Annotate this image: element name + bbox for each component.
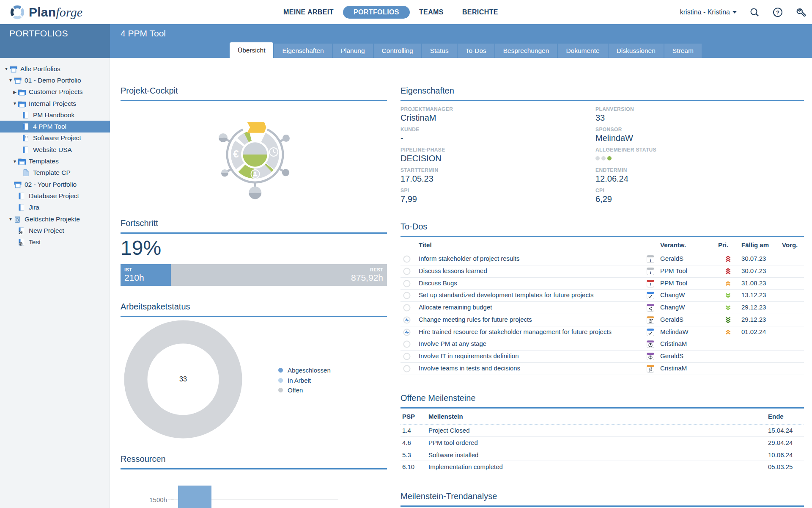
todo-row[interactable]: Allocate remaining budget i ! ChangW (401, 302, 804, 314)
todo-title: Change meeting rules for future projects (419, 316, 532, 323)
page-tab[interactable]: Eigenschaften (274, 44, 332, 58)
tree-item[interactable]: Gelöschte Projekte (0, 213, 110, 225)
help-icon[interactable]: ? (773, 7, 783, 17)
todo-row[interactable]: Involve IT in requirements definition i … (401, 351, 804, 363)
todo-due-date: 30.07.23 (741, 267, 766, 274)
tree-expander-icon[interactable] (3, 66, 9, 71)
tree-item[interactable]: Software Project (0, 133, 110, 144)
tree-item[interactable]: PM Handbook (0, 109, 110, 121)
cockpit-section-header: Projekt-Cockpit (121, 86, 387, 101)
milestone-row[interactable]: 1.4 Project Closed 15.04.24 (401, 425, 804, 437)
todo-row[interactable]: Discuss Bugs i ! PPM Tool (401, 278, 804, 290)
admin-wrench-icon[interactable] (796, 7, 806, 17)
todo-state-icon[interactable] (403, 280, 411, 287)
todo-row[interactable]: Involve PM at any stage i ! CristinaM (401, 338, 804, 351)
planforge-app: Planforge MEINE ARBEIT PORTFOLIOS TEAMS … (0, 0, 812, 508)
progress-rest-label: REST (370, 267, 383, 272)
page-tab[interactable]: Diskussionen (609, 44, 664, 58)
todo-state-icon[interactable] (403, 340, 411, 348)
todo-state-icon[interactable] (403, 268, 411, 275)
todo-row[interactable]: Hire trained resource for stakeholder ma… (401, 326, 804, 339)
legend-item-label: Offen (288, 387, 303, 394)
user-menu[interactable]: kristina - Kristina (680, 8, 730, 16)
milestone-name: Software installed (428, 451, 478, 458)
user-menu-caret-icon[interactable] (732, 11, 737, 14)
todos-col-priority: Pri. (718, 241, 728, 248)
milestone-row[interactable]: 6.10 Implementation completed 05.03.25 (401, 461, 804, 473)
tree-item-icon (22, 169, 30, 177)
todo-state-icon[interactable] (403, 329, 411, 336)
todo-priority-icon (724, 316, 732, 323)
todo-state-icon[interactable] (403, 353, 411, 360)
property-label: STARTTERMIN (401, 167, 595, 173)
properties-section-title: Eigenschaften (401, 86, 804, 101)
todo-state-icon[interactable] (403, 316, 411, 324)
main-menu-item[interactable]: BERICHTE (453, 6, 508, 19)
todo-row[interactable]: Involve teams in tests and decisions i ! (401, 363, 804, 375)
page-tab[interactable]: Besprechungen (495, 44, 557, 58)
tree-item[interactable]: Test (0, 236, 110, 248)
tree-item[interactable]: Internal Projects (0, 98, 110, 109)
page-tab[interactable]: Status (422, 44, 457, 58)
folder-icon (18, 157, 26, 165)
tree-item[interactable]: Customer Projects (0, 86, 110, 98)
tree-item[interactable]: Template CP (0, 167, 110, 179)
resources-axis-tick-label: 1500h (129, 496, 167, 503)
property-label: ALLGEMEINER STATUS (595, 147, 804, 153)
tree-expander-icon[interactable] (12, 159, 18, 164)
search-icon[interactable] (749, 7, 760, 17)
tree-expander-icon[interactable] (12, 101, 18, 106)
tree-item[interactable]: Alle Portfolios (0, 63, 110, 75)
tree-item[interactable]: New Project (0, 225, 110, 236)
todo-owner: GeraldS (660, 255, 683, 262)
tree-expander-icon[interactable] (8, 217, 14, 221)
todo-state-icon[interactable] (403, 365, 411, 373)
tree-item-icon (22, 111, 30, 119)
legend-item[interactable]: Offen (278, 385, 331, 395)
property-value: CristinaM (401, 113, 595, 123)
todo-state-icon[interactable] (403, 304, 411, 312)
page-tab[interactable]: Stream (664, 44, 702, 58)
todo-state-icon[interactable] (403, 292, 411, 299)
tree-item-label: Customer Projects (29, 88, 82, 96)
tree-expander-icon[interactable] (8, 78, 14, 83)
todo-circle-icon (403, 255, 411, 263)
todo-row[interactable]: Inform stakeholder of project results i … (401, 253, 804, 265)
milestone-row[interactable]: 4.6 PPM tool ordered 29.04.24 (401, 437, 804, 449)
todos-table-body: Inform stakeholder of project results i … (401, 253, 804, 375)
todo-priority-icon (724, 340, 732, 348)
page-tab[interactable]: Dokumente (558, 44, 607, 58)
tree-item[interactable]: 01 - Demo Portfolio (0, 75, 110, 86)
planforge-logo[interactable]: Planforge (9, 4, 82, 21)
milestone-row[interactable]: 5.3 Software installed 10.06.24 (401, 449, 804, 461)
main-menu-item-label: TEAMS (419, 8, 444, 16)
todos-col-owner: Verantw. (660, 241, 686, 248)
planforge-logo-icon (9, 4, 25, 20)
tree-item[interactable]: Jira (0, 202, 110, 213)
page-tab[interactable]: Übersicht (230, 42, 273, 58)
legend-dot-icon (278, 388, 283, 392)
workpackage-donut-chart: 33 (124, 320, 242, 439)
todo-state-icon[interactable] (403, 255, 411, 263)
main-menu-item[interactable]: MEINE ARBEIT (274, 6, 343, 19)
tree-item[interactable]: 4 PPM Tool (0, 121, 110, 132)
todo-row[interactable]: Discuss lessons learned i ! PPM Tool (401, 265, 804, 278)
page-tab[interactable]: Controlling (374, 44, 421, 58)
tree-item[interactable]: Database Project (0, 190, 110, 202)
tree-item[interactable]: Website USA (0, 144, 110, 155)
main-menu-item[interactable]: PORTFOLIOS (343, 6, 410, 19)
tree-item[interactable]: 02 - Your Portfolio (0, 179, 110, 190)
todo-row[interactable]: Change meeting rules for future projects… (401, 314, 804, 326)
main-menu-item[interactable]: TEAMS (410, 6, 453, 19)
property-label: ENDTERMIN (595, 167, 804, 173)
todo-row[interactable]: Set up standardized development template… (401, 290, 804, 302)
tree-expander-icon[interactable] (12, 90, 18, 94)
page-tab[interactable]: Planung (333, 44, 373, 58)
main-menu-item-label: BERICHTE (462, 8, 498, 16)
legend-item[interactable]: Abgeschlossen (278, 365, 331, 375)
page-tab-label: Eigenschaften (282, 47, 324, 54)
tree-item-label: Alle Portfolios (20, 65, 60, 73)
legend-item[interactable]: In Arbeit (278, 375, 331, 386)
tree-item[interactable]: Templates (0, 155, 110, 167)
page-tab[interactable]: To-Dos (458, 44, 494, 58)
